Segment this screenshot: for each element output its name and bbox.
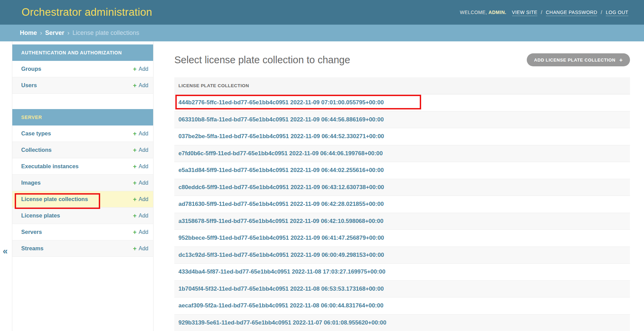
nav-module-auth: AUTHENTICATION AND AUTHORIZATION Groups …: [12, 44, 153, 94]
sidebar-item-images[interactable]: Images + Add: [12, 175, 153, 191]
view-site-link[interactable]: VIEW SITE: [512, 10, 537, 16]
breadcrumb-current: License plate collections: [72, 29, 139, 37]
add-license-plate-collections-link[interactable]: + Add: [133, 196, 148, 202]
breadcrumb-home[interactable]: Home: [20, 29, 37, 37]
add-label: Add: [139, 196, 148, 202]
plus-icon: +: [619, 57, 623, 63]
table-row[interactable]: 063310b8-5ffa-11ed-bd77-65e1bb4c0951 202…: [174, 111, 630, 129]
log-out-link[interactable]: LOG OUT: [606, 10, 628, 16]
add-users-link[interactable]: + Add: [133, 82, 148, 89]
site-title[interactable]: Orchestrator administration: [22, 6, 152, 18]
table-row[interactable]: e5a31d84-5ff9-11ed-bd77-65e1bb4c0951 202…: [174, 162, 630, 179]
add-case-types-link[interactable]: + Add: [133, 131, 148, 137]
nav-caption-auth[interactable]: AUTHENTICATION AND AUTHORIZATION: [12, 44, 153, 61]
case-types-link[interactable]: Case types: [21, 130, 51, 137]
plus-icon: +: [133, 66, 137, 72]
nav-sidebar: AUTHENTICATION AND AUTHORIZATION Groups …: [12, 41, 153, 331]
table-row[interactable]: ad781630-5ff9-11ed-bd77-65e1bb4c0951 202…: [174, 196, 630, 213]
table-row[interactable]: 952bbece-5ff9-11ed-bd77-65e1bb4c0951 202…: [174, 230, 630, 247]
change-password-link[interactable]: CHANGE PASSWORD: [546, 10, 597, 16]
sidebar-item-license-plate-collections[interactable]: License plate collections + Add: [12, 191, 153, 208]
table-row[interactable]: 1b7045f4-5f32-11ed-bd77-65e1bb4c0951 202…: [174, 281, 630, 298]
user-tools: WELCOME, ADMIN. VIEW SITE / CHANGE PASSW…: [460, 10, 628, 15]
license-plates-link[interactable]: License plates: [21, 212, 60, 219]
sidebar-item-servers[interactable]: Servers + Add: [12, 224, 153, 240]
nav-caption-server[interactable]: SERVER: [12, 109, 153, 125]
collection-link[interactable]: a3158678-5ff9-11ed-bd77-65e1bb4c0951 202…: [178, 218, 384, 225]
nav-module-server: SERVER Case types + Add Collections + Ad…: [12, 109, 153, 257]
breadcrumb-separator: ›: [67, 29, 69, 37]
collections-link[interactable]: Collections: [21, 147, 52, 153]
sidebar-toggle-strip: «: [0, 41, 12, 331]
collection-link[interactable]: 952bbece-5ff9-11ed-bd77-65e1bb4c0951 202…: [178, 235, 384, 241]
add-label: Add: [139, 246, 148, 252]
plus-icon: +: [133, 131, 137, 137]
sidebar-item-streams[interactable]: Streams + Add: [12, 240, 153, 257]
plus-icon: +: [133, 213, 137, 219]
table-row[interactable]: 444b2776-5ffc-11ed-bd77-65e1bb4c0951 202…: [174, 94, 630, 111]
collection-link[interactable]: aecaf309-5f2a-11ed-bd77-65e1bb4c0951 202…: [178, 302, 384, 309]
collection-link[interactable]: 037be2be-5ffa-11ed-bd77-65e1bb4c0951 202…: [178, 133, 384, 140]
collection-link[interactable]: 1b7045f4-5f32-11ed-bd77-65e1bb4c0951 202…: [178, 286, 384, 292]
table-row[interactable]: dc13c92d-5ff3-11ed-bd77-65e1bb4c0951 202…: [174, 247, 630, 264]
table-row[interactable]: 929b3139-5e61-11ed-bd77-65e1bb4c0951 202…: [174, 315, 630, 331]
link-separator: /: [541, 10, 542, 15]
add-label: Add: [139, 147, 148, 153]
table-row[interactable]: c80eddc6-5ff9-11ed-bd77-65e1bb4c0951 202…: [174, 179, 630, 196]
table-row[interactable]: 037be2be-5ffa-11ed-bd77-65e1bb4c0951 202…: [174, 128, 630, 145]
groups-link[interactable]: Groups: [21, 66, 41, 72]
servers-link[interactable]: Servers: [21, 229, 42, 235]
app-header: Orchestrator administration WELCOME, ADM…: [0, 0, 644, 25]
add-images-link[interactable]: + Add: [133, 180, 148, 186]
breadcrumb-server[interactable]: Server: [45, 29, 64, 37]
sidebar-item-license-plates[interactable]: License plates + Add: [12, 208, 153, 224]
add-label: Add: [139, 229, 148, 235]
streams-link[interactable]: Streams: [21, 245, 43, 252]
sidebar-item-executable-instances[interactable]: Executable instances + Add: [12, 158, 153, 175]
plus-icon: +: [133, 163, 137, 170]
add-button-label: ADD LICENSE PLATE COLLECTION: [534, 57, 615, 63]
users-link[interactable]: Users: [21, 82, 37, 89]
add-license-plates-link[interactable]: + Add: [133, 213, 148, 219]
images-link[interactable]: Images: [21, 180, 41, 186]
plus-icon: +: [133, 82, 137, 89]
add-groups-link[interactable]: + Add: [133, 66, 148, 72]
plus-icon: +: [133, 180, 137, 186]
collection-link[interactable]: 444b2776-5ffc-11ed-bd77-65e1bb4c0951 202…: [178, 99, 384, 106]
license-plate-collections-link[interactable]: License plate collections: [21, 196, 88, 202]
add-executable-instances-link[interactable]: + Add: [133, 163, 148, 170]
collection-link[interactable]: e5a31d84-5ff9-11ed-bd77-65e1bb4c0951 202…: [178, 167, 384, 174]
welcome-text: WELCOME,: [460, 10, 487, 15]
collection-link[interactable]: 063310b8-5ffa-11ed-bd77-65e1bb4c0951 202…: [178, 116, 384, 123]
breadcrumb-separator: ›: [40, 29, 42, 37]
add-servers-link[interactable]: + Add: [133, 229, 148, 235]
sidebar-collapse-icon[interactable]: «: [3, 247, 8, 255]
add-collections-link[interactable]: + Add: [133, 147, 148, 153]
collection-link[interactable]: e7fd0b6c-5ff9-11ed-bd77-65e1bb4c0951 202…: [178, 150, 383, 157]
add-label: Add: [139, 131, 148, 137]
sidebar-item-groups[interactable]: Groups + Add: [12, 61, 153, 77]
table-row[interactable]: e7fd0b6c-5ff9-11ed-bd77-65e1bb4c0951 202…: [174, 145, 630, 162]
add-streams-link[interactable]: + Add: [133, 246, 148, 252]
add-label: Add: [139, 82, 148, 89]
table-row[interactable]: 433d4ba4-5f87-11ed-bd77-65e1bb4c0951 202…: [174, 264, 630, 281]
add-label: Add: [139, 163, 148, 170]
plus-icon: +: [133, 229, 137, 235]
collection-link[interactable]: dc13c92d-5ff3-11ed-bd77-65e1bb4c0951 202…: [178, 252, 384, 259]
table-row[interactable]: aecaf309-5f2a-11ed-bd77-65e1bb4c0951 202…: [174, 297, 630, 315]
sidebar-item-users[interactable]: Users + Add: [12, 77, 153, 94]
link-separator: /: [601, 10, 602, 15]
sidebar-item-collections[interactable]: Collections + Add: [12, 142, 153, 158]
collection-link[interactable]: ad781630-5ff9-11ed-bd77-65e1bb4c0951 202…: [178, 201, 384, 208]
executable-instances-link[interactable]: Executable instances: [21, 163, 79, 170]
add-license-plate-collection-button[interactable]: ADD LICENSE PLATE COLLECTION +: [527, 53, 630, 66]
collection-link[interactable]: 929b3139-5e61-11ed-bd77-65e1bb4c0951 202…: [178, 319, 386, 326]
plus-icon: +: [133, 147, 137, 153]
sidebar-item-case-types[interactable]: Case types + Add: [12, 125, 153, 142]
collection-link[interactable]: 433d4ba4-5f87-11ed-bd77-65e1bb4c0951 202…: [178, 268, 385, 275]
collection-link[interactable]: c80eddc6-5ff9-11ed-bd77-65e1bb4c0951 202…: [178, 184, 384, 191]
add-label: Add: [139, 66, 148, 72]
table-row[interactable]: a3158678-5ff9-11ed-bd77-65e1bb4c0951 202…: [174, 213, 630, 230]
column-header-license-plate-collection[interactable]: LICENSE PLATE COLLECTION: [178, 83, 249, 88]
add-label: Add: [139, 180, 148, 186]
